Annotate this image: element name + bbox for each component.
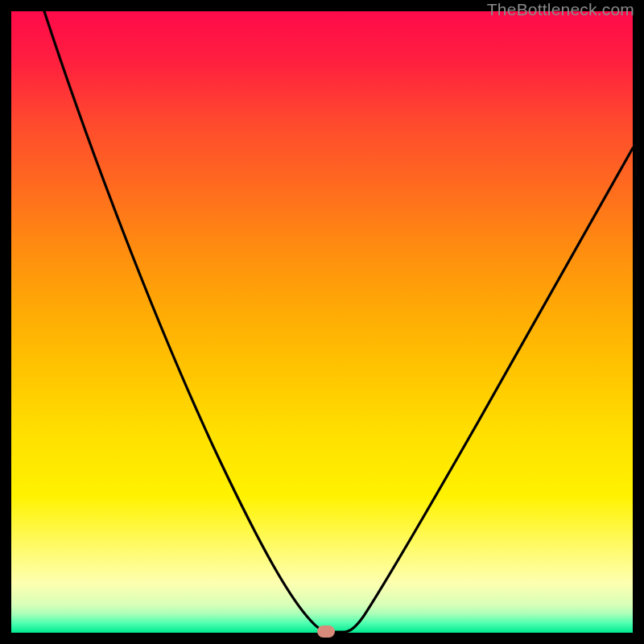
optimum-marker <box>317 625 335 638</box>
chart-background-gradient <box>11 11 633 633</box>
watermark-text: TheBottleneck.com <box>487 0 634 19</box>
